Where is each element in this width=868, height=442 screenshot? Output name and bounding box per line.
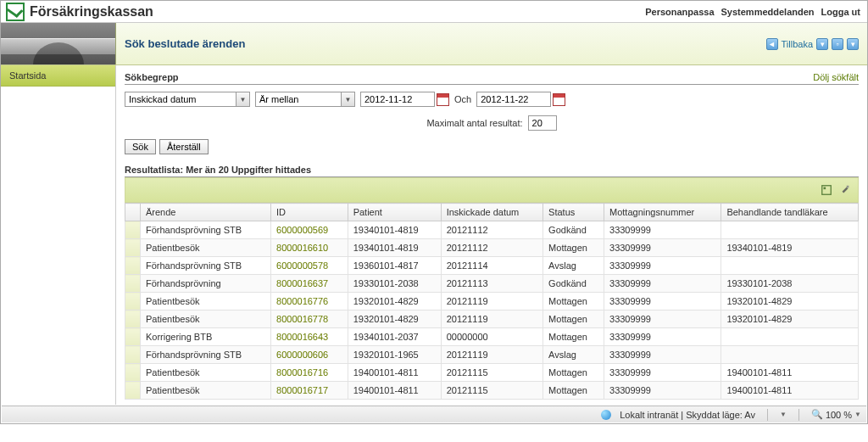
chevron-down-icon[interactable]: ▼ [341,92,354,106]
cell-patient: 19330101-2038 [348,275,441,293]
square-control-icon[interactable]: ▫ [832,38,843,50]
results-title: Resultatlista: Mer än 20 Uppgifter hitta… [125,165,859,177]
back-icon[interactable]: ◄ [766,38,778,50]
reset-button[interactable]: Återställ [159,139,209,154]
hide-search-link[interactable]: Dölj sökfält [813,72,859,82]
table-row[interactable]: Patientbesök800001661019340101-481920121… [125,239,859,257]
cell-id[interactable]: 8000016717 [271,382,348,400]
max-results-input[interactable] [528,115,557,131]
cell-id[interactable]: 6000000606 [271,346,348,364]
cell-behand: 19400101-4811 [721,364,859,382]
col-id[interactable]: ID [271,204,348,221]
table-row[interactable]: Förhandsprövning STB600000056919340101-4… [125,221,859,239]
cell-behand: 19320101-4829 [721,293,859,311]
settings-icon[interactable] [839,184,851,196]
col-mottag[interactable]: Mottagningsnummer [604,204,721,221]
col-behand[interactable]: Behandlande tandläkare [721,204,859,221]
table-row[interactable]: Förhandsprövning800001663719330101-20382… [125,275,859,293]
cell-status: Mottagen [543,328,604,346]
cell-mottag: 33309999 [604,257,721,275]
search-button[interactable]: Sök [125,139,156,154]
top-links: Personanpassa Systemmeddelanden Logga ut [643,7,862,17]
cell-status: Godkänd [543,275,604,293]
cell-id[interactable]: 8000016610 [271,239,348,257]
cell-mottag: 33309999 [604,382,721,400]
protected-mode-dropdown-icon[interactable]: ▼ [780,411,787,418]
svg-rect-1 [824,187,826,190]
operator-select[interactable]: ▼ [255,92,355,107]
field-select-value[interactable] [125,92,236,106]
max-results-label: Maximalt antal resultat: [426,118,522,128]
row-checkbox[interactable] [125,328,141,346]
calendar-icon[interactable] [437,93,449,106]
chevron-down-icon[interactable]: ▼ [854,411,861,418]
and-label: Och [454,94,471,104]
row-checkbox[interactable] [125,239,141,257]
cell-id[interactable]: 8000016643 [271,328,348,346]
cell-id[interactable]: 8000016778 [271,311,348,328]
sidebar-item-startsida[interactable]: Startsida [1,65,115,87]
col-patient[interactable]: Patient [348,204,441,221]
brand-name: Försäkringskassan [30,4,153,20]
col-status[interactable]: Status [543,204,604,221]
cell-arende: Patientbesök [141,364,271,382]
cell-arende: Förhandsprövning STB [141,257,271,275]
table-row[interactable]: Patientbesök800001671619400101-481120121… [125,364,859,382]
link-personalize[interactable]: Personanpassa [643,7,715,17]
cell-mottag: 33309999 [604,328,721,346]
row-checkbox[interactable] [125,275,141,293]
row-checkbox[interactable] [125,221,141,239]
dropdown2-control-icon[interactable]: ▾ [847,38,859,50]
row-checkbox[interactable] [125,364,141,382]
cell-status: Mottagen [543,239,604,257]
cell-patient: 19340101-4819 [348,221,441,239]
cell-behand [721,221,859,239]
row-checkbox[interactable] [125,346,141,364]
export-icon[interactable] [821,184,832,196]
row-checkbox[interactable] [125,293,141,311]
dropdown-control-icon[interactable]: ▾ [816,38,828,50]
cell-mottag: 33309999 [604,346,721,364]
cell-datum: 20121112 [441,239,542,257]
operator-select-value[interactable] [256,92,341,106]
cell-patient: 19400101-4811 [348,382,441,400]
cell-id[interactable]: 8000016776 [271,293,348,311]
cell-arende: Korrigering BTB [141,328,271,346]
table-row[interactable]: Förhandsprövning STB600000057819360101-4… [125,257,859,275]
field-select[interactable]: ▼ [125,92,250,107]
table-row[interactable]: Patientbesök800001677619320101-482920121… [125,293,859,311]
col-datum[interactable]: Inskickade datum [441,204,542,221]
page-controls: ◄ Tillbaka ▾ ▫ ▾ [766,38,860,50]
cell-patient: 19340101-2037 [348,328,441,346]
max-results-row: Maximalt antal resultat: [125,115,859,131]
cell-patient: 19320101-4829 [348,293,441,311]
cell-behand: 19400101-4811 [721,382,859,400]
row-checkbox[interactable] [125,257,141,275]
col-arende[interactable]: Ärende [141,204,271,221]
cell-status: Mottagen [543,293,604,311]
link-logout[interactable]: Logga ut [820,7,862,17]
row-checkbox[interactable] [125,382,141,400]
table-header-row: Ärende ID Patient Inskickade datum Statu… [125,204,859,221]
cell-id[interactable]: 6000000578 [271,257,348,275]
cell-id[interactable]: 6000000569 [271,221,348,239]
back-link[interactable]: Tillbaka [782,39,814,49]
cell-mottag: 33309999 [604,364,721,382]
row-checkbox[interactable] [125,311,141,328]
cell-patient: 19320101-1965 [348,346,441,364]
link-system-messages[interactable]: Systemmeddelanden [720,7,816,17]
filter-row: ▼ ▼ Och [125,92,859,107]
cell-id[interactable]: 8000016637 [271,275,348,293]
cell-status: Godkänd [543,221,604,239]
chevron-down-icon[interactable]: ▼ [236,92,249,106]
calendar-icon[interactable] [553,93,565,106]
date-to-input[interactable] [476,92,551,107]
cell-id[interactable]: 8000016716 [271,364,348,382]
zoom-control[interactable]: 🔍 100 % ▼ [811,409,861,420]
cell-status: Mottagen [543,364,604,382]
table-row[interactable]: Patientbesök800001671719400101-481120121… [125,382,859,400]
table-row[interactable]: Korrigering BTB800001664319340101-203700… [125,328,859,346]
date-from-input[interactable] [360,92,435,107]
table-row[interactable]: Förhandsprövning STB600000060619320101-1… [125,346,859,364]
table-row[interactable]: Patientbesök800001677819320101-482920121… [125,311,859,328]
